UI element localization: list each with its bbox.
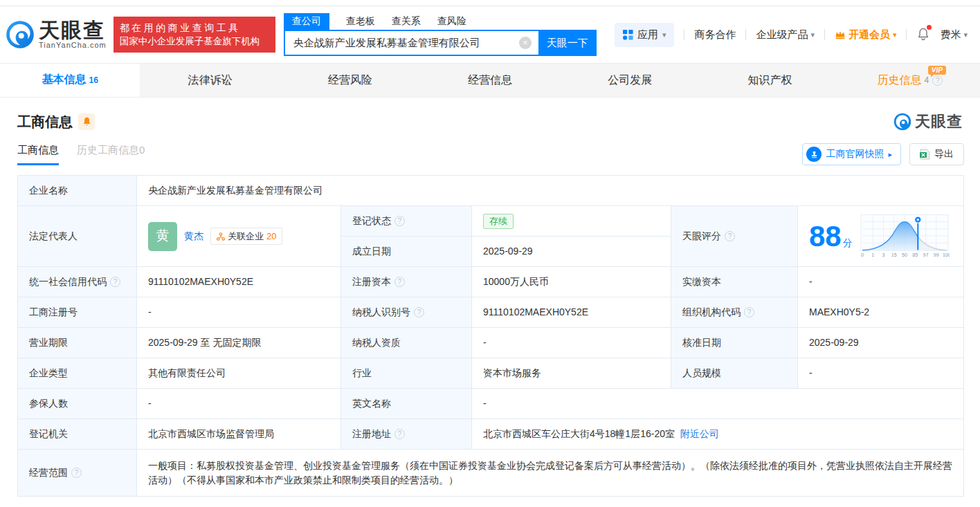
brand-slogan: 都在用的商业查询工具 国家中小企业发展子基金旗下机构 — [114, 17, 275, 53]
official-snapshot-button[interactable]: 工商官网快照 ▸ — [802, 143, 901, 165]
field-label-company-name: 企业名称 — [18, 176, 137, 206]
field-value-taxpayer-quality: - — [472, 328, 671, 358]
username: 费米 — [940, 28, 961, 42]
field-label-insured: 参保人数 — [18, 389, 137, 419]
business-info-toolbar: 工商信息 历史工商信息0 工商官网快照 ▸ 导出 — [0, 132, 980, 174]
header-nav: 应用 ▾ 商务合作 企业级产品 ▾ 开通会员 ▾ — [615, 23, 968, 47]
open-vip-button[interactable]: 开通会员 ▾ — [835, 28, 897, 42]
nav-cooperation[interactable]: 商务合作 — [694, 28, 736, 42]
help-icon[interactable]: ? — [744, 307, 754, 317]
grid-icon — [623, 30, 633, 40]
export-button[interactable]: 导出 — [909, 143, 964, 165]
field-label-company-type: 企业类型 — [18, 358, 137, 389]
tab-count: 4 — [924, 75, 929, 85]
help-icon[interactable]: ? — [725, 231, 735, 241]
help-icon[interactable]: ? — [71, 468, 82, 478]
search-tab-boss[interactable]: 查老板 — [346, 13, 375, 30]
divider — [906, 29, 907, 40]
field-label-taxpayer-quality: 纳税人资质 — [341, 328, 472, 358]
svg-text:0: 0 — [861, 252, 864, 258]
field-value-industry: 资本市场服务 — [472, 358, 671, 389]
divider — [745, 29, 746, 40]
svg-text:85: 85 — [912, 252, 918, 258]
field-label-org-code: 组织机构代码? — [671, 297, 798, 328]
svg-text:3: 3 — [882, 252, 884, 258]
search-tab-risk[interactable]: 查风险 — [437, 13, 466, 30]
logo-text: 天眼查 — [39, 20, 107, 41]
field-value-english-name: - — [472, 389, 964, 419]
table-row: 工商注册号 - 纳税人识别号? 91110102MAEXH0Y52E 组织机构代… — [18, 297, 964, 328]
site-header: 天眼查 TianYanCha.com 都在用的商业查询工具 国家中小企业发展子基… — [0, 6, 980, 63]
tab-legal-litigation[interactable]: 法律诉讼 — [140, 64, 280, 97]
field-label-address: 注册地址? — [341, 419, 472, 450]
network-icon — [217, 232, 225, 241]
field-label-reg-capital: 注册资本? — [341, 267, 472, 297]
vip-badge: VIP — [928, 66, 946, 75]
apps-menu[interactable]: 应用 ▾ — [615, 23, 675, 47]
field-label-business-scope: 经营范围? — [18, 450, 137, 497]
search-tab-company[interactable]: 查公司 — [284, 13, 329, 30]
search-block: 查公司 查老板 查关系 查风险 × 天眼一下 — [284, 13, 597, 56]
section-title: 工商信息 — [17, 113, 73, 131]
svg-text:97: 97 — [923, 252, 928, 258]
field-label-legal-rep: 法定代表人 — [18, 206, 137, 267]
table-row: 营业期限 2025-09-29 至 无固定期限 纳税人资质 - 核准日期 202… — [18, 328, 964, 358]
business-info-table: 企业名称 央企战新产业发展私募基金管理有限公司 法定代表人 黄 黄杰 关联企业 … — [17, 175, 964, 497]
related-companies-badge[interactable]: 关联企业 20 — [210, 228, 282, 246]
legal-rep-link[interactable]: 黄杰 — [184, 229, 203, 243]
chevron-down-icon: ▾ — [893, 30, 897, 39]
field-label-reg-no: 工商注册号 — [18, 297, 137, 328]
subtab-history-business-info[interactable]: 历史工商信息0 — [77, 144, 145, 165]
svg-text:1: 1 — [871, 252, 874, 258]
status-badge: 存续 — [483, 214, 514, 229]
divider — [824, 29, 825, 40]
field-value-paid-capital: - — [798, 267, 964, 297]
field-value-company-name: 央企战新产业发展私募基金管理有限公司 — [137, 176, 964, 206]
tab-intellectual-property[interactable]: 知识产权 — [700, 64, 840, 97]
tab-operating-info[interactable]: 经营信息 — [420, 64, 560, 97]
business-info-section-head: 工商信息 天眼查 — [0, 98, 980, 132]
notification-dot — [927, 25, 932, 30]
page-top-divider — [0, 0, 980, 6]
subtab-business-info[interactable]: 工商信息 — [17, 144, 59, 165]
tab-operating-risk[interactable]: 经营风险 — [280, 64, 420, 97]
notifications-button[interactable] — [916, 27, 930, 43]
field-value-reg-authority: 北京市西城区市场监督管理局 — [137, 419, 341, 450]
table-row: 经营范围? 一般项目：私募股权投资基金管理、创业投资基金管理服务（须在中国证券投… — [18, 450, 964, 497]
subscribe-button[interactable] — [78, 113, 95, 130]
nearby-companies-link[interactable]: 附近公司 — [680, 428, 719, 439]
field-label-industry: 行业 — [341, 358, 472, 389]
search-button[interactable]: 天眼一下 — [538, 30, 597, 56]
help-icon[interactable]: ? — [394, 429, 405, 439]
field-value-tyc-score: 88分 — [798, 206, 964, 267]
help-icon[interactable]: ? — [110, 277, 120, 287]
help-icon[interactable]: ? — [394, 277, 405, 287]
svg-text:50: 50 — [902, 252, 907, 258]
tab-basic-info[interactable]: 基本信息 16 — [0, 64, 140, 97]
nav-enterprise-products[interactable]: 企业级产品 ▾ — [756, 28, 815, 42]
score-distribution-chart: 0 1 3 15 50 85 97 99 100 — [860, 214, 950, 259]
field-value-business-scope: 一般项目：私募股权投资基金管理、创业投资基金管理服务（须在中国证券投资基金业协会… — [137, 450, 964, 497]
chevron-down-icon: ▾ — [963, 30, 968, 39]
table-row: 参保人数 - 英文名称 - — [18, 389, 964, 419]
svg-text:99: 99 — [933, 252, 938, 258]
tab-history-info[interactable]: VIP 历史信息 4 ? — [840, 64, 980, 97]
search-tab-relation[interactable]: 查关系 — [392, 13, 421, 30]
field-label-paid-capital: 实缴资本 — [671, 267, 798, 297]
svg-text:100: 100 — [943, 252, 950, 258]
field-value-reg-status: 存续 — [472, 206, 671, 237]
tab-company-development[interactable]: 公司发展 — [560, 64, 700, 97]
field-value-reg-capital: 10000万人民币 — [472, 267, 671, 297]
divider — [684, 29, 684, 40]
field-value-term: 2025-09-29 至 无固定期限 — [137, 328, 341, 358]
search-input[interactable] — [284, 30, 538, 56]
tianyancha-swirl-icon — [893, 113, 911, 131]
tianyancha-logo[interactable]: 天眼查 TianYanCha.com — [6, 20, 107, 49]
help-icon[interactable]: ? — [414, 307, 424, 317]
field-value-approve-date: 2025-09-29 — [798, 328, 964, 358]
field-label-reg-status: 登记状态? — [341, 206, 472, 237]
clear-icon[interactable]: × — [519, 37, 532, 49]
user-menu[interactable]: 费米 ▾ — [940, 28, 968, 42]
help-icon[interactable]: ? — [394, 216, 405, 226]
avatar[interactable]: 黄 — [148, 222, 177, 251]
